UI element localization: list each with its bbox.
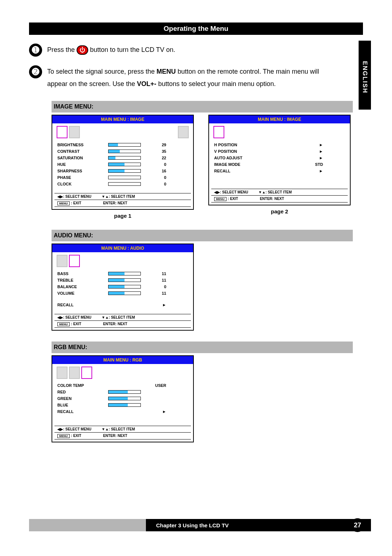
section-rgb: RGB MENU:: [52, 342, 353, 353]
caption-page1: page 1: [52, 213, 194, 219]
menu-item: PHASE0: [57, 174, 188, 181]
image-menu-page2: MAIN MENU : IMAGE H POSITION►V POSITION►…: [208, 115, 351, 205]
menu-item: AUTO ADJUST►: [214, 155, 345, 161]
menu-item: RECALL►: [214, 168, 345, 174]
page-number-badge: 27: [351, 518, 364, 532]
menu-thumb-icon: [178, 126, 189, 138]
language-tab: ENGLISH: [359, 41, 371, 110]
menu-tab-icon: [213, 126, 224, 138]
menu-item: H POSITION►: [214, 142, 345, 148]
menu-tab-icon: [81, 367, 92, 379]
menu-header: MAIN MENU : RGB: [52, 356, 193, 364]
menu-item: VOLUME11: [57, 290, 188, 297]
menu-item: RECALL►: [57, 302, 188, 308]
menu-item: V POSITION►: [214, 148, 345, 155]
menu-tab-icon: [69, 255, 80, 267]
page-title: Operating the Menu: [29, 23, 363, 35]
menu-tab-icon: [57, 367, 68, 379]
menu-item: CLOCK0: [57, 181, 188, 187]
menu-tab-icon: [57, 126, 68, 138]
footer-bar: Chapter 3 Using the LCD TV 27: [29, 519, 371, 531]
menu-item: RECALL►: [57, 408, 188, 415]
menu-tab-icon: [69, 367, 80, 379]
section-audio: AUDIO MENU:: [52, 230, 353, 241]
menu-tab-icon: [57, 255, 68, 267]
menu-item: GREEN: [57, 395, 188, 402]
footer-select-menu: ◀▶: SELECT MENU: [57, 195, 91, 199]
menu-item: IMAGE MODESTD: [214, 161, 345, 168]
image-menu-page1: MAIN MENU : IMAGE BRIGHTNESS29CONTRAST35…: [52, 115, 194, 210]
menu-item: TREBLE11: [57, 277, 188, 283]
power-icon: [77, 45, 88, 55]
step-1-text: Press the button to turn the LCD TV on.: [47, 44, 323, 56]
menu-item: BLUE: [57, 402, 188, 408]
bullet-1: ➊: [29, 44, 42, 57]
menu-tab-icon: [69, 126, 80, 138]
menu-header: MAIN MENU : AUDIO: [52, 244, 193, 252]
menu-item: SHARPNESS16: [57, 168, 188, 174]
menu-item: BASS11: [57, 270, 188, 277]
chapter-label: Chapter 3 Using the LCD TV 27: [146, 519, 371, 531]
menu-header: MAIN MENU : IMAGE: [209, 115, 350, 123]
menu-header: MAIN MENU : IMAGE: [52, 115, 193, 123]
step-2-text: To select the signal source, press the M…: [47, 65, 323, 90]
menu-item: BALANCE0: [57, 283, 188, 290]
footer-select-item: ▼▲: SELECT ITEM: [102, 195, 135, 199]
menu-item: COLOR TEMPUSER: [57, 382, 188, 389]
menu-item: CONTRAST35: [57, 148, 188, 155]
menu-item: BRIGHTNESS29: [57, 142, 188, 148]
menu-item: SATURATION22: [57, 155, 188, 161]
menu-item: HUE0: [57, 161, 188, 168]
caption-page2: page 2: [208, 208, 351, 214]
section-image: IMAGE MENU:: [52, 101, 353, 113]
menu-item: RED: [57, 389, 188, 395]
bullet-2: ➋: [29, 65, 42, 78]
rgb-menu: MAIN MENU : RGB COLOR TEMPUSERREDGREENBL…: [52, 355, 194, 442]
audio-menu: MAIN MENU : AUDIO BASS11TREBLE11BALANCE0…: [52, 244, 194, 331]
